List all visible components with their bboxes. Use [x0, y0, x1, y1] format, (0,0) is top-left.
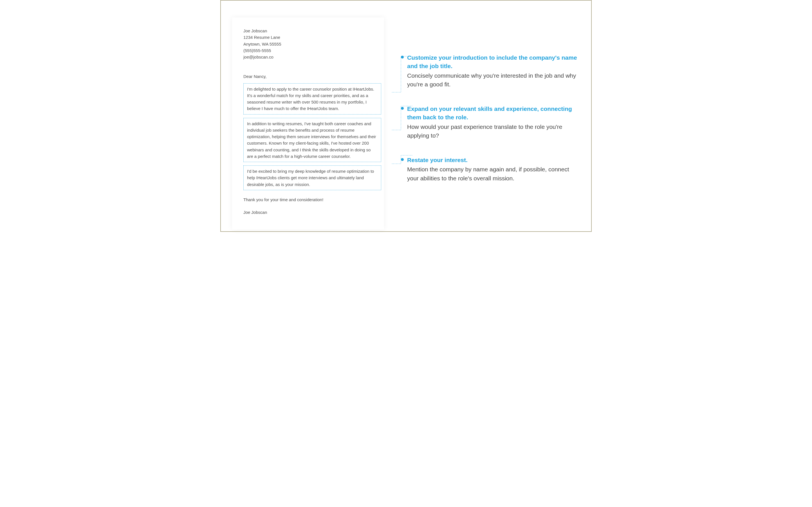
intro-paragraph-box: I'm delighted to apply to the career cou… [243, 83, 381, 115]
tip-intro: Customize your introduction to include t… [401, 53, 580, 89]
diagram-frame: Joe Jobscan 1234 Resume Lane Anytown, WA… [220, 0, 592, 232]
tip-interest: Restate your interest. Mention the compa… [401, 156, 580, 183]
tip-skills-title: Expand on your relevant skills and exper… [407, 105, 580, 122]
tip-interest-body: Mention the company by name again and, i… [407, 165, 580, 183]
tip-skills-body: How would your past experience translate… [407, 122, 580, 140]
skills-paragraph-box: In addition to writing resumes, I've tau… [243, 118, 381, 162]
closing-line: Thank you for your time and consideratio… [243, 196, 381, 203]
intro-paragraph: I'm delighted to apply to the career cou… [247, 87, 374, 111]
interest-paragraph-box: I'd be excited to bring my deep knowledg… [243, 165, 381, 190]
sender-block: Joe Jobscan 1234 Resume Lane Anytown, WA… [243, 27, 381, 60]
tips-column: Customize your introduction to include t… [401, 17, 580, 199]
sender-phone: (555)555-5555 [243, 47, 373, 54]
tip-skills: Expand on your relevant skills and exper… [401, 105, 580, 140]
interest-paragraph: I'd be excited to bring my deep knowledg… [247, 169, 374, 187]
bullet-dot-icon [401, 158, 404, 161]
bullet-dot-icon [401, 56, 404, 59]
tip-intro-title: Customize your introduction to include t… [407, 53, 580, 71]
sender-email: joe@jobscan.co [243, 54, 373, 60]
tip-interest-title: Restate your interest. [407, 156, 580, 164]
salutation: Dear Nancy, [243, 73, 381, 79]
tip-intro-body: Concisely communicate why you're interes… [407, 71, 580, 89]
bullet-dot-icon [401, 107, 404, 110]
sender-city: Anytown, WA 55555 [243, 41, 373, 47]
signature: Joe Jobscan [243, 209, 381, 216]
sender-name: Joe Jobscan [243, 27, 373, 34]
sender-street: 1234 Resume Lane [243, 34, 373, 41]
cover-letter-card: Joe Jobscan 1234 Resume Lane Anytown, WA… [232, 17, 384, 230]
skills-paragraph: In addition to writing resumes, I've tau… [247, 121, 376, 159]
